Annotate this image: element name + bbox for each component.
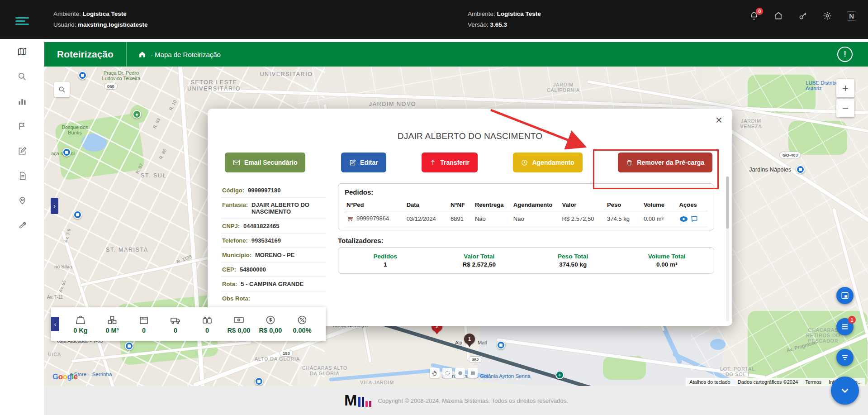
home-icon[interactable] xyxy=(773,11,783,21)
stat-value: 0 xyxy=(160,327,191,334)
envelope-icon xyxy=(233,159,240,166)
transit-marker[interactable] xyxy=(62,148,71,157)
order-agendamento: Não xyxy=(512,211,560,227)
modal-scrollbar[interactable] xyxy=(726,176,729,321)
filter-fab[interactable] xyxy=(836,349,854,366)
environment-version-info: Ambiente: Logística Teste Versão: 3.65.3 xyxy=(468,9,541,31)
total-label: Volume Total xyxy=(620,253,714,260)
transit-marker[interactable] xyxy=(497,341,505,349)
key-icon[interactable] xyxy=(798,11,808,21)
notifications-bell-icon[interactable]: 0 xyxy=(749,11,759,21)
park-marker[interactable]: ♣ xyxy=(133,110,141,119)
sidebar-routes-icon[interactable] xyxy=(0,114,44,138)
map-label: ALTO DA GLÓRIA xyxy=(248,356,307,362)
terms-link[interactable]: Termos xyxy=(805,379,821,385)
remove-precarga-button[interactable]: Remover da Pré-carga xyxy=(618,153,712,172)
sidebar-tools-icon[interactable] xyxy=(0,213,44,238)
zoom-in-button[interactable]: + xyxy=(836,79,854,97)
sidebar-document-icon[interactable] xyxy=(0,163,44,188)
stat-value-total: R$ 0,00 xyxy=(223,315,255,334)
detail-label: Obs Rota: xyxy=(222,295,250,302)
detail-label: Fantasia: xyxy=(222,201,248,208)
banknote-icon xyxy=(233,315,244,325)
top-bar: Ambiente: Logística Teste Usuário: maxst… xyxy=(0,0,868,39)
breadcrumb-text: - Mapa de Roteirização xyxy=(151,51,221,58)
map-pin-1[interactable]: 1 xyxy=(464,334,475,344)
road-shield: 060 xyxy=(104,83,118,90)
orders-box: Pedidos: N°Ped Data N°NF Reentrega Agend… xyxy=(338,183,714,230)
brand-n-icon[interactable]: N xyxy=(847,11,856,21)
locality-marker[interactable] xyxy=(796,165,805,174)
transit-marker[interactable] xyxy=(73,210,82,219)
total-value: 1 xyxy=(338,261,432,268)
transit-marker[interactable] xyxy=(78,71,87,80)
airport-marker[interactable]: ✈ xyxy=(555,371,564,379)
map-overlay-fab[interactable] xyxy=(836,287,854,304)
button-label: Email Secundário xyxy=(244,159,297,166)
map-label: VILA JARDIM xyxy=(360,380,394,385)
maxima-logo: M xyxy=(344,394,371,406)
logo-bar xyxy=(362,397,364,407)
sidebar-edit-icon[interactable] xyxy=(0,138,44,163)
circle-tool-icon[interactable] xyxy=(455,368,465,378)
col-agendamento: Agendamento xyxy=(512,199,560,211)
totals-box: Pedidos 1 Valor Total R$ 2.572,50 Peso T… xyxy=(338,247,714,274)
sidebar-location-icon[interactable] xyxy=(0,188,44,213)
store-marker[interactable] xyxy=(125,342,133,350)
logo-m: M xyxy=(344,394,357,406)
order-nped: 9999979864 xyxy=(356,215,389,222)
env-value: Logística Teste xyxy=(83,10,127,17)
sidebar-map-icon[interactable] xyxy=(0,39,44,64)
transit-marker[interactable] xyxy=(255,377,263,386)
alert-button[interactable]: ! xyxy=(837,47,853,62)
filter-icon xyxy=(841,353,849,362)
map-label: Alp xyxy=(455,340,462,345)
customer-details: Código:9999997180 Fantasia:DJAIR ALBERTO… xyxy=(221,183,326,305)
pan-tool-icon[interactable] xyxy=(430,368,440,378)
map-search-button[interactable] xyxy=(54,82,70,97)
menu-toggle-icon[interactable] xyxy=(15,15,29,27)
logo-letter: o xyxy=(63,372,67,381)
secondary-email-button[interactable]: Email Secundário xyxy=(225,153,305,172)
detail-row: Obs Rota: xyxy=(221,291,326,305)
map-label: Praça Dr. Pedro Ludovico Teixeira xyxy=(99,70,144,81)
rectangle-tool-icon[interactable] xyxy=(468,368,478,378)
detail-value: 5 - CAMPINA GRANDE xyxy=(241,281,304,287)
col-valor: Valor xyxy=(560,199,605,211)
total-label: Valor Total xyxy=(432,253,526,260)
package-icon xyxy=(138,315,149,325)
detail-row: CEP:54800000 xyxy=(221,262,326,277)
logo-letter: o xyxy=(58,372,63,381)
google-logo[interactable]: Google xyxy=(52,372,78,382)
total-value: 374.50 kg xyxy=(526,261,620,268)
lasso-tool-icon[interactable] xyxy=(442,368,452,378)
draw-toolbar xyxy=(430,368,478,378)
expand-panel-chevron[interactable]: › xyxy=(51,198,58,214)
view-order-icon[interactable] xyxy=(679,216,688,222)
keyboard-shortcuts-link[interactable]: Atalhos do teclado xyxy=(689,379,730,385)
detail-label: Código: xyxy=(222,187,244,194)
map-label: Mall xyxy=(478,340,487,345)
detail-row: Fantasia:DJAIR ALBERTO DO NASCIMENTO xyxy=(221,198,326,219)
order-comments-icon[interactable] xyxy=(691,215,698,222)
schedule-button[interactable]: Agendamento xyxy=(513,153,582,172)
left-sidebar xyxy=(0,39,44,415)
list-fab[interactable]: 1 xyxy=(836,318,854,335)
zoom-out-button[interactable]: − xyxy=(836,99,854,117)
total-peso: Peso Total 374.50 kg xyxy=(526,253,620,268)
edit-button[interactable]: Editar xyxy=(341,153,386,172)
sidebar-chart-icon[interactable] xyxy=(0,89,44,114)
button-label: Remover da Pré-carga xyxy=(637,159,704,166)
collapse-totals-chevron[interactable]: ‹ xyxy=(51,317,59,331)
collapse-fab[interactable] xyxy=(831,377,859,405)
detail-value: 54800000 xyxy=(240,266,266,273)
pencil-icon xyxy=(349,159,356,166)
transfer-button[interactable]: Transferir xyxy=(422,153,478,172)
close-icon[interactable]: × xyxy=(716,114,722,126)
sidebar-search-icon[interactable] xyxy=(0,64,44,89)
orders-table: N°Ped Data N°NF Reentrega Agendamento Va… xyxy=(345,199,707,227)
order-valor: R$ 2.572,50 xyxy=(560,211,605,227)
settings-gear-icon[interactable] xyxy=(822,11,832,21)
scrollbar-thumb[interactable] xyxy=(726,176,729,229)
col-acoes: Ações xyxy=(678,199,707,211)
